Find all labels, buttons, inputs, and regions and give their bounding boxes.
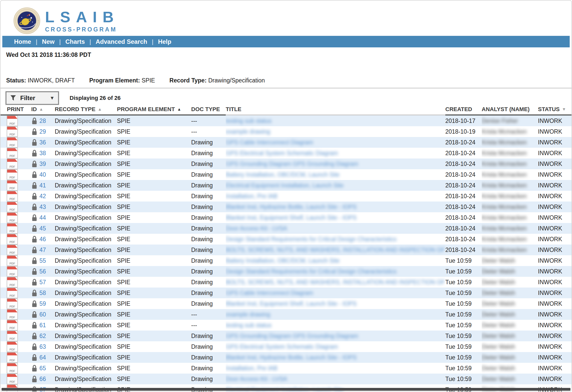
record-title-link[interactable]: example drawing xyxy=(226,128,270,135)
pdf-icon-fold xyxy=(15,137,17,140)
pdf-icon[interactable]: PDF xyxy=(7,352,18,363)
record-id-link[interactable]: 44 xyxy=(39,214,46,221)
status-cell: INWORK xyxy=(538,245,572,255)
record-title-link[interactable]: GPS Electrical System Schematic Diagram xyxy=(226,150,338,156)
pdf-icon[interactable]: PDF xyxy=(7,212,18,223)
record-id-link[interactable]: 41 xyxy=(39,182,46,189)
filter-button[interactable]: Filter ▼ xyxy=(6,91,59,105)
pdf-icon[interactable]: PDF xyxy=(7,202,18,212)
pdf-icon[interactable]: PDF xyxy=(7,298,18,309)
pdf-icon[interactable]: PDF xyxy=(7,137,18,148)
record-title-link[interactable]: GPS Cable Interconnect Diagram xyxy=(226,139,313,146)
record-title-link[interactable]: Design Standard Requirements for Critica… xyxy=(226,268,396,275)
record-id-link[interactable]: 65 xyxy=(39,365,46,372)
pdf-icon[interactable]: PDF xyxy=(7,115,18,126)
record-id-link[interactable]: 59 xyxy=(39,300,46,307)
col-header-created[interactable]: CREATED xyxy=(445,105,482,115)
record-id-link[interactable]: 64 xyxy=(39,354,46,361)
record-id-link[interactable]: 56 xyxy=(39,268,46,275)
nav-item-home[interactable]: Home xyxy=(13,38,33,45)
record-id-link[interactable]: 60 xyxy=(39,311,46,318)
record-id-link[interactable]: 36 xyxy=(39,139,46,146)
record-id-link[interactable]: 43 xyxy=(39,204,46,210)
record-id-link[interactable]: 45 xyxy=(39,225,46,232)
logo-link[interactable]: LSAIB CROSS-PROGRAM xyxy=(13,7,119,34)
record-id-link[interactable]: 66 xyxy=(39,376,46,383)
record-title-link[interactable]: Battery Installation, OBC/DCM, Launch Si… xyxy=(226,171,340,178)
record-id-link[interactable]: 29 xyxy=(39,128,46,135)
doc-type-cell: --- xyxy=(191,320,226,331)
record-title-link[interactable]: Blanket Inst, Hydrazine Bottle, Launch S… xyxy=(226,354,357,361)
record-id-link[interactable]: 28 xyxy=(39,118,46,124)
record-title-link[interactable]: Blanket Inst, Equipment Shelf, Launch Si… xyxy=(226,300,357,307)
pdf-icon[interactable]: PDF xyxy=(7,309,18,320)
col-header-analyst[interactable]: ANALYST (NAME) xyxy=(482,105,538,115)
record-id-link[interactable]: 40 xyxy=(39,171,46,178)
pdf-icon[interactable]: PDF xyxy=(7,169,18,180)
pdf-icon[interactable]: PDF xyxy=(7,266,18,277)
record-title-link[interactable]: Design Standard Requirements for Critica… xyxy=(226,236,396,242)
pdf-icon[interactable]: PDF xyxy=(7,341,18,352)
record-title-link[interactable]: Door Access Kit - LVSA xyxy=(226,225,287,232)
pdf-icon[interactable]: PDF xyxy=(7,191,18,202)
pdf-icon[interactable]: PDF xyxy=(7,180,18,191)
record-id-link[interactable]: 39 xyxy=(39,161,46,167)
pdf-icon[interactable]: PDF xyxy=(7,331,18,341)
print-cell: PDF xyxy=(1,320,25,331)
record-id-link[interactable]: 47 xyxy=(39,247,46,253)
pdf-icon[interactable]: PDF xyxy=(7,255,18,266)
record-title-link[interactable]: Installation, Pre IAB xyxy=(226,193,277,199)
record-title-link[interactable]: Door Access Kit - LVSA xyxy=(226,376,287,382)
record-title-link[interactable]: Blanket Inst, Hydrazine Bottle, Launch S… xyxy=(226,204,357,210)
record-title-link[interactable]: Battery Installation, OBC/DCM, Launch Si… xyxy=(226,257,340,264)
col-header-record-type[interactable]: RECORD TYPE▲ xyxy=(55,105,117,115)
record-title-link[interactable]: Installation, Pre IAB xyxy=(226,365,277,372)
pdf-icon[interactable]: PDF xyxy=(7,148,18,158)
pdf-icon[interactable]: PDF xyxy=(7,277,18,288)
status-cell: INWORK xyxy=(538,148,572,158)
record-id-link[interactable]: 46 xyxy=(39,236,46,243)
record-title-link[interactable]: GPS Electrical System Schematic Diagram xyxy=(226,343,338,350)
record-id-link[interactable]: 55 xyxy=(39,257,46,264)
record-title-link[interactable]: testing sub status xyxy=(226,322,272,329)
col-header-status[interactable]: STATUS▼ xyxy=(538,105,572,115)
record-title-link[interactable]: Blanket Inst, Equipment Shelf, Launch Si… xyxy=(226,214,357,221)
program-element-cell: SPIE xyxy=(117,277,191,288)
col-header-program-element[interactable]: PROGRAM ELEMENT▲ xyxy=(117,105,191,115)
record-title-link[interactable]: testing sub status xyxy=(226,118,272,124)
pdf-icon[interactable]: PDF xyxy=(7,363,18,374)
pdf-icon[interactable]: PDF xyxy=(7,320,18,331)
pdf-icon[interactable]: PDF xyxy=(7,234,18,245)
record-title-link[interactable]: BOLTS, SCREWS, NUTS, AND WASHERS, INSTAL… xyxy=(226,279,445,285)
id-cell: 61 xyxy=(25,320,55,331)
record-id-link[interactable]: 63 xyxy=(39,343,46,350)
pdf-icon[interactable]: PDF xyxy=(7,288,18,298)
col-header-doc-type[interactable]: DOC TYPE xyxy=(191,105,226,115)
record-id-link[interactable]: 57 xyxy=(39,279,46,286)
col-header-id[interactable]: ID▲ xyxy=(25,105,55,115)
record-title-link[interactable]: GPS Grounding Diagram GPS Grounding Diag… xyxy=(226,161,358,167)
summary-record-type-value: Drawing/Specification xyxy=(208,77,265,84)
nav-item-help[interactable]: Help xyxy=(156,38,173,45)
pdf-icon[interactable]: PDF xyxy=(7,126,18,137)
created-cell: 2018-10-24 xyxy=(445,180,482,191)
record-title-link[interactable]: BOLTS, SCREWS, NUTS, AND WASHERS, INSTAL… xyxy=(226,247,445,253)
pdf-icon[interactable]: PDF xyxy=(7,245,18,255)
record-title-link[interactable]: GPS Grounding Diagram GPS Grounding Diag… xyxy=(226,333,358,339)
pdf-icon[interactable]: PDF xyxy=(7,223,18,234)
nav-item-charts[interactable]: Charts xyxy=(64,38,87,45)
record-id-link[interactable]: 38 xyxy=(39,150,46,157)
record-title-link[interactable]: example drawing xyxy=(226,311,270,318)
nav-item-new[interactable]: New xyxy=(40,38,56,45)
pdf-icon[interactable]: PDF xyxy=(7,374,18,384)
record-id-link[interactable]: 61 xyxy=(39,322,46,329)
record-id-link[interactable]: 62 xyxy=(39,333,46,340)
nav-item-advanced-search[interactable]: Advanced Search xyxy=(94,38,149,45)
nav-separator: | xyxy=(152,38,153,45)
record-title-link[interactable]: GPS Cable Interconnect Diagram xyxy=(226,290,313,296)
record-id-link[interactable]: 42 xyxy=(39,193,46,200)
pdf-icon[interactable]: PDF xyxy=(7,158,18,169)
pdf-icon-bar xyxy=(7,374,15,377)
record-title-link[interactable]: Electrical Equipment Installation, Launc… xyxy=(226,182,343,189)
record-id-link[interactable]: 58 xyxy=(39,290,46,296)
